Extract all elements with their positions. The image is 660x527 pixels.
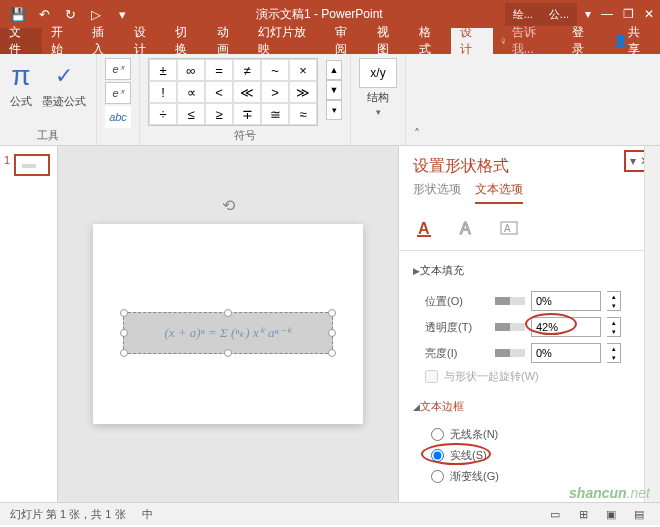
resize-handle[interactable]: [120, 349, 128, 357]
qat-redo[interactable]: ↻: [58, 2, 82, 26]
resize-handle[interactable]: [224, 309, 232, 317]
close-button[interactable]: ✕: [644, 7, 654, 21]
symbol-cell[interactable]: ≠: [233, 59, 261, 81]
symbol-cell[interactable]: ÷: [149, 103, 177, 125]
label-position: 位置(O): [425, 294, 489, 309]
radio-solid-line[interactable]: [431, 449, 444, 462]
label-no-line: 无线条(N): [450, 427, 498, 442]
svg-text:A: A: [418, 220, 430, 237]
view-slideshow[interactable]: ▤: [628, 505, 650, 523]
status-language[interactable]: 中: [142, 507, 153, 522]
section-text-fill[interactable]: 文本填充: [413, 259, 646, 282]
tab-view[interactable]: 视图: [368, 28, 410, 54]
resize-handle[interactable]: [328, 329, 336, 337]
symbol-cell[interactable]: ≫: [289, 81, 317, 103]
symbol-cell[interactable]: ∝: [177, 81, 205, 103]
slide[interactable]: ⟲ (x + a)ⁿ = Σ (ⁿₖ) xᵏ aⁿ⁻ᵏ: [93, 224, 363, 424]
context-tab-drawing[interactable]: 绘...: [505, 3, 541, 26]
symbol-cell[interactable]: ±: [149, 59, 177, 81]
symbol-cell[interactable]: =: [205, 59, 233, 81]
ink-equation-button[interactable]: ✓ 墨迹公式: [40, 58, 88, 111]
textbox-icon[interactable]: A: [497, 216, 521, 240]
text-effects-icon[interactable]: A: [455, 216, 479, 240]
label-rotate-with-shape: 与形状一起旋转(W): [444, 369, 539, 384]
tab-insert[interactable]: 插入: [83, 28, 125, 54]
rotate-handle[interactable]: ⟲: [222, 196, 235, 215]
symbol-cell[interactable]: ≈: [289, 103, 317, 125]
tab-review[interactable]: 审阅: [326, 28, 368, 54]
symbol-gallery[interactable]: ± ∞ = ≠ ~ × ! ∝ < ≪ > ≫ ÷ ≤ ≥ ∓ ≅ ≈: [148, 58, 318, 126]
minimize-button[interactable]: —: [601, 7, 613, 21]
tab-shape-options[interactable]: 形状选项: [413, 181, 461, 204]
spinner-brightness[interactable]: ▴▾: [607, 343, 621, 363]
input-position[interactable]: [531, 291, 601, 311]
tab-format[interactable]: 格式: [410, 28, 452, 54]
symbol-cell[interactable]: ~: [261, 59, 289, 81]
slider-position[interactable]: [495, 297, 525, 305]
gallery-more[interactable]: ▾: [326, 100, 342, 120]
symbol-cell[interactable]: ∞: [177, 59, 205, 81]
equation-button[interactable]: π 公式: [8, 58, 34, 111]
tell-me[interactable]: ♀告诉我...: [493, 28, 563, 54]
symbol-cell[interactable]: ≥: [205, 103, 233, 125]
professional-button[interactable]: eˣ: [105, 58, 131, 80]
symbol-cell[interactable]: >: [261, 81, 289, 103]
qat-save[interactable]: 💾: [6, 2, 30, 26]
view-reading[interactable]: ▣: [600, 505, 622, 523]
input-transparency[interactable]: [531, 317, 601, 337]
slide-canvas[interactable]: ⟲ (x + a)ⁿ = Σ (ⁿₖ) xᵏ aⁿ⁻ᵏ: [58, 146, 398, 502]
pane-options[interactable]: ▾: [630, 154, 636, 168]
symbol-cell[interactable]: ∓: [233, 103, 261, 125]
symbol-cell[interactable]: ≤: [177, 103, 205, 125]
pane-scrollbar[interactable]: [644, 146, 660, 502]
symbol-cell[interactable]: ×: [289, 59, 317, 81]
tab-equation-design[interactable]: 设计: [451, 28, 493, 54]
tab-text-options[interactable]: 文本选项: [475, 181, 523, 204]
tab-animation[interactable]: 动画: [208, 28, 250, 54]
gallery-scroll-up[interactable]: ▲: [326, 60, 342, 80]
equation-placeholder[interactable]: (x + a)ⁿ = Σ (ⁿₖ) xᵏ aⁿ⁻ᵏ: [123, 312, 333, 354]
tab-slideshow[interactable]: 幻灯片放映: [249, 28, 326, 54]
section-text-border[interactable]: 文本边框: [413, 395, 646, 418]
resize-handle[interactable]: [328, 349, 336, 357]
input-brightness[interactable]: [531, 343, 601, 363]
spinner-transparency[interactable]: ▴▾: [607, 317, 621, 337]
spinner-position[interactable]: ▴▾: [607, 291, 621, 311]
watermark: shancun.net: [569, 485, 650, 501]
tab-file[interactable]: 文件: [0, 28, 42, 54]
qat-more[interactable]: ▾: [110, 2, 134, 26]
symbol-cell[interactable]: <: [205, 81, 233, 103]
collapse-ribbon[interactable]: ˄: [406, 54, 428, 145]
ribbon-display-options[interactable]: ▾: [585, 7, 591, 21]
restore-button[interactable]: ❐: [623, 7, 634, 21]
tab-home[interactable]: 开始: [42, 28, 84, 54]
share-button[interactable]: 👤共享: [604, 28, 660, 54]
tab-design[interactable]: 设计: [125, 28, 167, 54]
symbol-cell[interactable]: ≅: [261, 103, 289, 125]
qat-start-slideshow[interactable]: ▷: [84, 2, 108, 26]
symbol-cell[interactable]: !: [149, 81, 177, 103]
slider-transparency[interactable]: [495, 323, 525, 331]
gallery-scroll-down[interactable]: ▼: [326, 80, 342, 100]
thumbnail-slide-1[interactable]: 1: [4, 154, 53, 176]
qat-undo[interactable]: ↶: [32, 2, 56, 26]
linear-button[interactable]: eˣ: [105, 82, 131, 104]
resize-handle[interactable]: [224, 349, 232, 357]
resize-handle[interactable]: [120, 329, 128, 337]
svg-text:A: A: [504, 223, 511, 234]
normal-text-button[interactable]: abc: [105, 106, 131, 128]
tab-transition[interactable]: 切换: [166, 28, 208, 54]
slide-thumbnails: 1: [0, 146, 58, 502]
slider-brightness[interactable]: [495, 349, 525, 357]
view-sorter[interactable]: ⊞: [572, 505, 594, 523]
radio-gradient-line[interactable]: [431, 470, 444, 483]
login-button[interactable]: 登录: [563, 28, 604, 54]
radio-no-line[interactable]: [431, 428, 444, 441]
view-normal[interactable]: ▭: [544, 505, 566, 523]
context-tab-equation[interactable]: 公...: [541, 3, 577, 26]
text-fill-outline-icon[interactable]: A: [413, 216, 437, 240]
resize-handle[interactable]: [328, 309, 336, 317]
resize-handle[interactable]: [120, 309, 128, 317]
fraction-button[interactable]: x/y: [359, 58, 397, 88]
symbol-cell[interactable]: ≪: [233, 81, 261, 103]
